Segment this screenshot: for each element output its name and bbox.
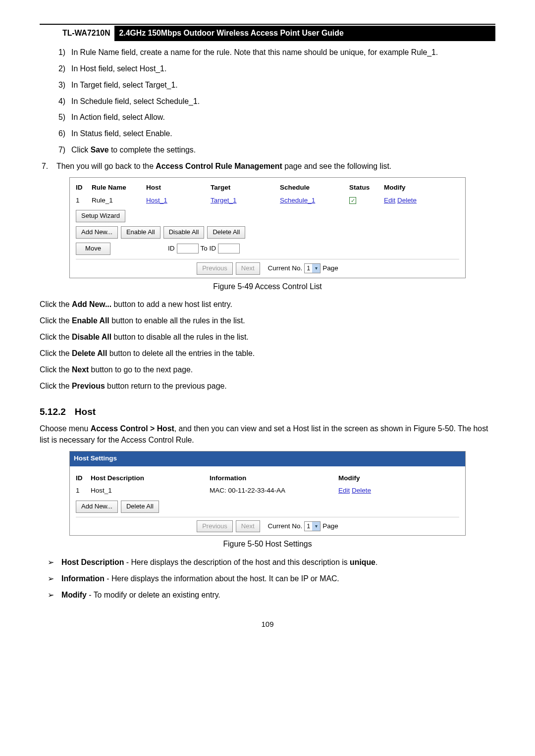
disable-all-button[interactable]: Disable All: [163, 226, 205, 239]
host-current-no-label: Current No.: [268, 521, 303, 531]
figure-5-50-caption: Figure 5-50 Host Settings: [40, 539, 495, 550]
substep-5-text: In Action field, select Allow.: [71, 113, 165, 121]
substep-3-text: In Target field, select Target_1.: [71, 81, 178, 89]
substep-7-c: to complete the settings.: [109, 146, 196, 154]
substep-3: 3)In Target field, select Target_1.: [56, 80, 495, 91]
figure-5-49-box: ID Rule Name Host Target Schedule Status…: [69, 177, 466, 278]
host-next-button[interactable]: Next: [236, 520, 260, 533]
host-page-label: Page: [322, 521, 338, 531]
host-bullets: Host Description - Here displays the des…: [40, 557, 495, 601]
main-step-7-c: page and see the following list.: [282, 162, 391, 170]
page-select-value: 1: [307, 264, 310, 273]
cell-id: 1: [76, 196, 92, 205]
edit-link[interactable]: Edit: [384, 197, 395, 204]
figure-5-50-box: Host Settings ID Host Description Inform…: [69, 451, 466, 536]
to-id-input[interactable]: [218, 244, 240, 253]
id-input[interactable]: [177, 244, 199, 253]
hcol-info: Information: [210, 473, 338, 483]
move-button[interactable]: Move: [76, 243, 110, 255]
substep-4: 4)In Schedule field, select Schedule_1.: [56, 96, 495, 107]
delete-all-button[interactable]: Delete All: [207, 226, 245, 239]
para-addnew: Click the Add New... button to add a new…: [40, 299, 495, 310]
hcol-id: ID: [76, 473, 91, 483]
figure-5-49-caption: Figure 5-49 Access Control List: [40, 281, 495, 293]
page-select[interactable]: 1 ▾: [304, 263, 321, 273]
substep-1-text: In Rule Name field, create a name for th…: [71, 48, 438, 56]
add-new-button[interactable]: Add New...: [76, 226, 118, 239]
page-number: 109: [40, 619, 495, 630]
main-step-7-num: 7.: [42, 161, 54, 172]
host-table-row: 1 Host_1 MAC: 00-11-22-33-44-AA Edit Del…: [76, 486, 459, 496]
to-id-label: To ID: [201, 244, 216, 253]
substep-list: 1)In Rule Name field, create a name for …: [40, 47, 495, 156]
main-step-7-b: Access Control Rule Management: [156, 162, 282, 170]
substep-5: 5)In Action field, select Allow.: [56, 112, 495, 123]
section-heading: 5.12.2Host: [40, 405, 495, 419]
chevron-down-icon: ▾: [312, 522, 320, 531]
col-host: Host: [146, 183, 211, 193]
main-step-7-a: Then you will go back to the: [56, 162, 156, 170]
substep-2-text: In Host field, select Host_1.: [71, 64, 166, 73]
doc-title: 2.4GHz 150Mbps Outdoor Wireless Access P…: [114, 26, 495, 41]
hcell-desc: Host_1: [91, 486, 210, 496]
host-settings-title: Host Settings: [70, 452, 465, 466]
host-delete-all-button[interactable]: Delete All: [121, 501, 159, 513]
cell-rule: Rule_1: [92, 196, 146, 205]
host-previous-button[interactable]: Previous: [197, 520, 233, 533]
substep-7: 7)Click Save to complete the settings.: [56, 145, 495, 156]
delete-link[interactable]: Delete: [397, 197, 417, 204]
rules-table-row: 1 Rule_1 Host_1 Target_1 Schedule_1 ✓ Ed…: [76, 196, 459, 205]
substep-6-text: In Status field, select Enable.: [71, 129, 172, 138]
para-next: Click the Next button to go to the next …: [40, 364, 495, 376]
hcol-desc: Host Description: [91, 473, 210, 483]
enable-all-button[interactable]: Enable All: [121, 226, 160, 239]
bullet-host-desc: Host Description - Here displays the des…: [48, 557, 495, 568]
next-button[interactable]: Next: [236, 262, 260, 275]
host-intro: Choose menu Access Control > Host, and t…: [40, 423, 495, 446]
host-delete-link[interactable]: Delete: [352, 487, 371, 494]
id-label: ID: [168, 244, 175, 253]
host-pager-row: Previous Next Current No. 1 ▾ Page: [76, 517, 459, 533]
substep-7-b: Save: [91, 146, 109, 154]
rules-table-header: ID Rule Name Host Target Schedule Status…: [76, 183, 459, 193]
bullet-modify: Modify - To modify or delete an existing…: [48, 590, 495, 601]
substep-7-a: Click: [71, 146, 91, 154]
cell-target-link[interactable]: Target_1: [211, 197, 237, 204]
hcell-info: MAC: 00-11-22-33-44-AA: [210, 486, 338, 496]
current-no-label: Current No.: [268, 263, 303, 273]
status-checkbox[interactable]: ✓: [349, 197, 356, 204]
model-number: TL-WA7210N: [40, 26, 114, 41]
para-previous: Click the Previous button return to the …: [40, 381, 495, 392]
host-edit-link[interactable]: Edit: [338, 487, 350, 494]
page-label: Page: [322, 263, 338, 273]
para-enableall: Click the Enable All button to enable al…: [40, 315, 495, 327]
substep-1: 1)In Rule Name field, create a name for …: [56, 47, 495, 58]
col-id: ID: [76, 183, 92, 193]
host-add-new-button[interactable]: Add New...: [76, 501, 118, 513]
main-step-7: 7. Then you will go back to the Access C…: [40, 161, 495, 172]
col-modify: Modify: [384, 183, 428, 193]
page-header: TL-WA7210N 2.4GHz 150Mbps Outdoor Wirele…: [40, 24, 495, 41]
cell-host-link[interactable]: Host_1: [146, 197, 167, 204]
setup-wizard-button[interactable]: Setup Wizard: [76, 210, 125, 222]
previous-button[interactable]: Previous: [197, 262, 233, 275]
cell-schedule-link[interactable]: Schedule_1: [280, 197, 315, 204]
hcol-modify: Modify: [338, 473, 398, 483]
col-target: Target: [211, 183, 280, 193]
section-number: 5.12.2: [40, 406, 66, 417]
col-status: Status: [349, 183, 384, 193]
substep-4-text: In Schedule field, select Schedule_1.: [71, 97, 200, 105]
para-disableall: Click the Disable All button to disable …: [40, 332, 495, 343]
col-schedule: Schedule: [280, 183, 349, 193]
host-table-header: ID Host Description Information Modify: [76, 473, 459, 483]
chevron-down-icon: ▾: [312, 264, 320, 273]
section-title: Host: [75, 406, 96, 417]
substep-2: 2)In Host field, select Host_1.: [56, 63, 495, 75]
col-rule: Rule Name: [92, 183, 146, 193]
bullet-info: Information - Here displays the informat…: [48, 573, 495, 585]
pager-row: Previous Next Current No. 1 ▾ Page: [76, 259, 459, 275]
substep-6: 6)In Status field, select Enable.: [56, 128, 495, 140]
host-page-select[interactable]: 1 ▾: [304, 521, 321, 531]
hcell-id: 1: [76, 486, 91, 496]
host-page-select-value: 1: [307, 522, 310, 531]
